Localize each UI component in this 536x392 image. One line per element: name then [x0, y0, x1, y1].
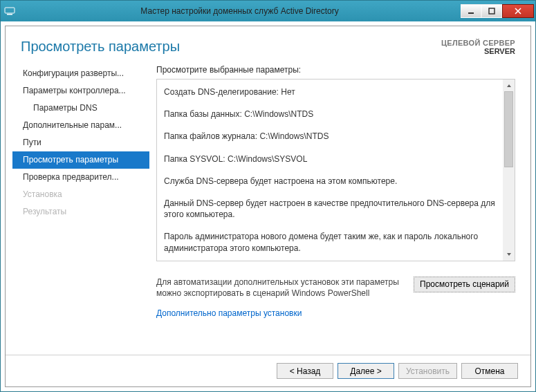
svg-rect-1 — [7, 14, 12, 15]
page-title: Просмотреть параметры — [21, 39, 180, 55]
install-button: Установить — [398, 363, 457, 379]
nav-prereq-check[interactable]: Проверка предварител... — [12, 169, 149, 186]
main-panel: Просмотрите выбранные параметры: Создать… — [156, 65, 515, 355]
close-button[interactable] — [502, 4, 534, 18]
nav-dns-options[interactable]: Параметры DNS — [12, 100, 149, 117]
view-script-button[interactable]: Просмотреть сценарий — [414, 277, 515, 292]
target-server-box: ЦЕЛЕВОЙ СЕРВЕР SERVER — [441, 39, 515, 55]
svg-rect-2 — [468, 12, 474, 14]
window-title: Мастер настройки доменных служб Active D… — [19, 6, 461, 16]
svg-rect-3 — [489, 8, 495, 14]
minimize-button[interactable] — [461, 4, 481, 18]
window-icon — [1, 1, 19, 21]
nav-paths[interactable]: Пути — [12, 134, 149, 151]
scroll-track[interactable] — [503, 91, 515, 249]
review-param: Папка SYSVOL: C:\Windows\SYSVOL — [164, 153, 499, 165]
window-controls — [461, 3, 534, 19]
target-server-value: SERVER — [441, 47, 515, 55]
review-param: Пароль администратора нового домена буде… — [164, 231, 499, 253]
nav-results: Результаты — [12, 203, 149, 221]
more-info-link[interactable]: Дополнительно параметры установки — [156, 308, 515, 318]
review-options-box: Создать DNS-делегирование: Нет Папка баз… — [156, 79, 515, 261]
nav-review-options[interactable]: Просмотреть параметры — [12, 151, 149, 169]
body-row: Конфигурация разверты... Параметры контр… — [6, 58, 530, 355]
nav-installation: Установка — [12, 186, 149, 203]
back-button[interactable]: < Назад — [277, 363, 333, 379]
cancel-button[interactable]: Отмена — [461, 363, 518, 379]
target-server-label: ЦЕЛЕВОЙ СЕРВЕР — [441, 39, 515, 47]
wizard-window: Мастер настройки доменных служб Active D… — [0, 0, 536, 392]
review-param: Создать DNS-делегирование: Нет — [164, 86, 499, 97]
footer-buttons: < Назад Далее > Установить Отмена — [6, 355, 530, 386]
scroll-thumb[interactable] — [504, 91, 513, 167]
export-hint-row: Для автоматизации дополнительных установ… — [156, 277, 515, 299]
scroll-up-button[interactable] — [503, 80, 515, 91]
review-intro: Просмотрите выбранные параметры: — [156, 65, 515, 75]
review-param: Папка базы данных: C:\Windows\NTDS — [164, 109, 499, 120]
nav-deployment-config[interactable]: Конфигурация разверты... — [12, 65, 149, 82]
wizard-nav: Конфигурация разверты... Параметры контр… — [12, 65, 149, 355]
review-param: Папка файлов журнала: C:\Windows\NTDS — [164, 131, 499, 142]
titlebar: Мастер настройки доменных служб Active D… — [1, 1, 535, 21]
export-hint-text: Для автоматизации дополнительных установ… — [156, 277, 408, 299]
nav-additional-options[interactable]: Дополнительные парам... — [12, 117, 149, 134]
next-button[interactable]: Далее > — [338, 363, 394, 379]
review-options-content: Создать DNS-делегирование: Нет Папка баз… — [157, 80, 503, 261]
nav-dc-options[interactable]: Параметры контроллера... — [12, 82, 149, 100]
review-param: Служба DNS-сервера будет настроена на эт… — [164, 176, 499, 187]
header-row: Просмотреть параметры ЦЕЛЕВОЙ СЕРВЕР SER… — [6, 26, 530, 58]
svg-rect-0 — [5, 8, 15, 13]
maximize-button[interactable] — [481, 4, 502, 18]
vertical-scrollbar[interactable] — [503, 80, 515, 261]
review-param: Данный DNS-сервер будет настроен в качес… — [164, 198, 499, 220]
content-area: Просмотреть параметры ЦЕЛЕВОЙ СЕРВЕР SER… — [5, 26, 531, 387]
scroll-down-button[interactable] — [503, 249, 515, 261]
